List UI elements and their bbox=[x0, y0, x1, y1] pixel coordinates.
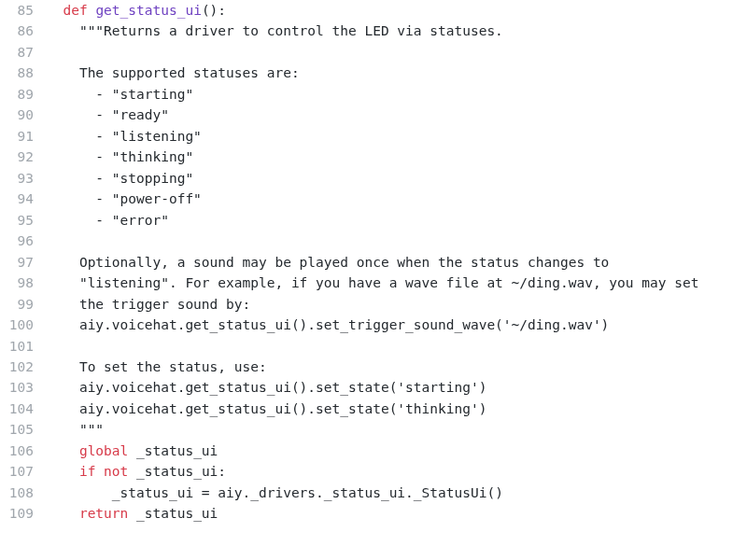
token-plain: - "thinking" bbox=[79, 149, 193, 164]
line-number: 97 bbox=[0, 252, 34, 273]
code-line: def get_status_ui(): bbox=[47, 0, 738, 21]
line-number: 87 bbox=[0, 42, 34, 63]
line-number: 99 bbox=[0, 294, 34, 315]
code-line: - "stopping" bbox=[47, 168, 738, 189]
token-plain: The supported statuses are: bbox=[79, 65, 300, 80]
code-line: if not _status_ui: bbox=[47, 461, 738, 482]
line-number: 108 bbox=[0, 483, 34, 503]
token-plain: To set the status, use: bbox=[79, 359, 267, 374]
line-number: 109 bbox=[0, 503, 34, 524]
line-number: 90 bbox=[0, 105, 34, 125]
line-number: 91 bbox=[0, 126, 34, 147]
token-plain: the trigger sound by: bbox=[79, 297, 250, 312]
token-plain: - "error" bbox=[79, 213, 169, 228]
token-kw: not bbox=[104, 464, 128, 479]
token-plain: _status_ui bbox=[128, 506, 218, 521]
line-number: 106 bbox=[0, 441, 34, 461]
token-kw: if bbox=[79, 464, 95, 479]
code-line: aiy.voicehat.get_status_ui().set_state('… bbox=[47, 377, 738, 398]
token-plain: - "stopping" bbox=[79, 171, 193, 186]
token-plain: - "power-off" bbox=[79, 191, 202, 206]
code-line: global _status_ui bbox=[47, 441, 738, 461]
line-number: 89 bbox=[0, 84, 34, 105]
code-line: - "thinking" bbox=[47, 147, 738, 167]
line-number: 103 bbox=[0, 377, 34, 398]
line-number: 88 bbox=[0, 63, 34, 83]
line-number: 105 bbox=[0, 419, 34, 440]
code-line bbox=[47, 42, 738, 63]
token-kw: return bbox=[79, 506, 128, 521]
line-number: 93 bbox=[0, 168, 34, 189]
line-number: 95 bbox=[0, 210, 34, 231]
code-content[interactable]: def get_status_ui():"""Returns a driver … bbox=[47, 0, 747, 525]
line-number: 98 bbox=[0, 273, 34, 293]
code-line: return _status_ui bbox=[47, 503, 738, 524]
code-line: Optionally, a sound may be played once w… bbox=[47, 252, 738, 273]
line-number: 102 bbox=[0, 357, 34, 377]
line-number: 107 bbox=[0, 461, 34, 482]
line-number: 92 bbox=[0, 147, 34, 167]
line-number: 100 bbox=[0, 315, 34, 335]
token-kw: global bbox=[79, 443, 128, 458]
code-line: - "power-off" bbox=[47, 189, 738, 209]
line-number: 85 bbox=[0, 0, 34, 21]
token-plain bbox=[95, 464, 104, 479]
token-plain: aiy.voicehat.get_status_ui().set_state('… bbox=[79, 401, 487, 416]
token-kw: def bbox=[63, 3, 95, 18]
code-line: """ bbox=[47, 419, 738, 440]
token-plain: _status_ui = aiy._drivers._status_ui._St… bbox=[112, 485, 503, 500]
token-fn: get_status_ui bbox=[95, 3, 202, 18]
code-line: aiy.voicehat.get_status_ui().set_state('… bbox=[47, 399, 738, 419]
token-plain: _status_ui bbox=[128, 443, 218, 458]
code-line: To set the status, use: bbox=[47, 357, 738, 377]
token-plain: "listening". For example, if you have a … bbox=[79, 275, 698, 290]
code-line: - "ready" bbox=[47, 105, 738, 125]
code-line: - "listening" bbox=[47, 126, 738, 147]
token-plain: """ bbox=[79, 422, 104, 437]
code-line bbox=[47, 336, 738, 357]
line-number: 104 bbox=[0, 399, 34, 419]
line-number: 101 bbox=[0, 336, 34, 357]
token-plain: - "starting" bbox=[79, 87, 193, 102]
code-line: - "starting" bbox=[47, 84, 738, 105]
token-plain: aiy.voicehat.get_status_ui().set_state('… bbox=[79, 380, 487, 395]
code-line: - "error" bbox=[47, 210, 738, 231]
code-line: _status_ui = aiy._drivers._status_ui._St… bbox=[47, 483, 738, 503]
code-line: aiy.voicehat.get_status_ui().set_trigger… bbox=[47, 315, 738, 335]
token-plain: _status_ui: bbox=[128, 464, 226, 479]
line-number: 96 bbox=[0, 231, 34, 251]
token-plain: (): bbox=[202, 3, 226, 18]
token-plain: aiy.voicehat.get_status_ui().set_trigger… bbox=[79, 317, 609, 332]
line-number: 86 bbox=[0, 21, 34, 41]
token-plain: - "listening" bbox=[79, 129, 202, 144]
token-plain: """Returns a driver to control the LED v… bbox=[79, 23, 503, 38]
code-line: "listening". For example, if you have a … bbox=[47, 273, 738, 293]
line-number: 94 bbox=[0, 189, 34, 209]
code-line bbox=[47, 231, 738, 251]
token-plain: Optionally, a sound may be played once w… bbox=[79, 255, 609, 270]
line-number-gutter: 8586878889909192939495969798991001011021… bbox=[0, 0, 47, 525]
token-plain: - "ready" bbox=[79, 107, 169, 122]
code-line: """Returns a driver to control the LED v… bbox=[47, 21, 738, 41]
code-line: the trigger sound by: bbox=[47, 294, 738, 315]
code-line: The supported statuses are: bbox=[47, 63, 738, 83]
code-viewer: 8586878889909192939495969798991001011021… bbox=[0, 0, 747, 525]
